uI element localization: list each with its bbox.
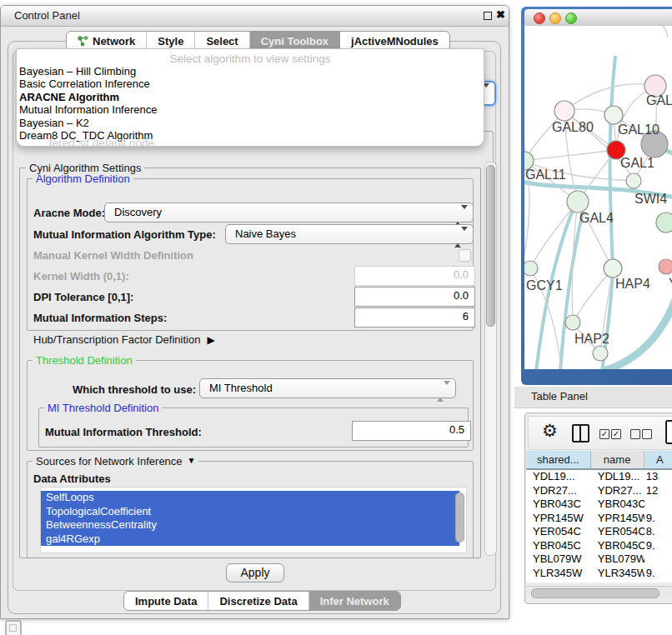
checked-checkbox-icon[interactable]: ✓ — [611, 429, 621, 439]
column-header[interactable]: name — [591, 451, 644, 470]
table-panel: ⚙ ✓ ✓ shared...nameA YDL19...YDL19...13Y… — [524, 412, 672, 604]
settings-scrollbar[interactable] — [484, 162, 497, 556]
algorithm-option[interactable]: Basic Correlation Inference — [17, 78, 484, 90]
attribute-item-selected[interactable]: BetweennessCentrality — [41, 518, 459, 532]
unchecked-checkbox-icon[interactable] — [630, 429, 640, 439]
tab-impute-data[interactable]: Impute Data — [124, 592, 208, 610]
algorithm-option[interactable]: ARACNE Algorithm — [17, 91, 484, 103]
table-cell: 13 — [644, 470, 672, 484]
kernel-width-field[interactable]: 0.0 — [354, 266, 475, 286]
table-cell: YER054C — [591, 525, 644, 539]
mi-threshold-field[interactable]: 0.5 — [352, 421, 471, 441]
dpi-tolerance-field[interactable]: 0.0 — [354, 287, 475, 307]
network-edge[interactable] — [573, 268, 613, 322]
attribute-item-selected[interactable]: gal4RGexp — [41, 532, 459, 547]
network-node[interactable] — [524, 261, 538, 276]
columns-icon[interactable] — [572, 424, 589, 442]
table-cell: 9. — [644, 580, 672, 582]
network-node[interactable] — [554, 101, 574, 121]
document-icon[interactable] — [665, 420, 672, 444]
settings-scrollbar-thumb[interactable] — [486, 165, 495, 327]
tab-label: Discretize Data — [219, 595, 297, 608]
tab-style[interactable]: Style — [147, 32, 195, 50]
column-header[interactable]: A — [644, 451, 672, 470]
checked-checkbox-icon[interactable]: ✓ — [599, 429, 609, 439]
gear-icon[interactable]: ⚙ — [542, 421, 558, 441]
table-row[interactable]: YBL079WYBL079W — [526, 552, 672, 567]
table-row[interactable]: YER054CYER054C8. — [526, 525, 672, 539]
table-cell: YIL052C — [526, 580, 591, 582]
minimize-traffic-light-icon[interactable] — [549, 12, 561, 24]
tab-infer-network[interactable]: Infer Network — [309, 592, 400, 610]
minimized-panel-icon[interactable] — [5, 620, 22, 635]
network-node[interactable] — [659, 259, 672, 274]
algorithm-option[interactable]: Bayesian – Hill Climbing — [17, 65, 484, 78]
table-header-row: shared...nameA — [526, 451, 672, 470]
horizontal-scrollbar-thumb[interactable] — [531, 588, 659, 598]
node-label: GAL1 — [620, 156, 654, 170]
bottom-tab-bar: Impute DataDiscretize DataInfer Network — [123, 591, 401, 611]
table-row[interactable]: YPR145WYPR145W9. — [526, 512, 672, 526]
algorithm-option[interactable]: Bayesian – K2 — [17, 117, 484, 129]
table-cell: YDL19... — [591, 470, 644, 484]
attribute-item-selected[interactable]: SelfLoops — [41, 491, 459, 505]
tab-jactivemnodules[interactable]: jActiveMNodules — [340, 32, 449, 50]
tab-label: Network — [93, 35, 135, 48]
table-cell: YDR27... — [526, 484, 591, 498]
network-edge[interactable] — [524, 150, 616, 161]
table-row[interactable]: YDR27...YDR27...12 — [526, 484, 672, 498]
table-row[interactable]: YBR043CYBR043C — [526, 498, 672, 512]
tab-discretize-data[interactable]: Discretize Data — [208, 592, 308, 610]
network-edge[interactable] — [524, 126, 529, 276]
mi-threshold-label: Mutual Information Threshold: — [45, 426, 202, 438]
network-node[interactable] — [604, 106, 623, 124]
network-canvas[interactable]: GALGAL80GAL10GAL1GAL11SWI4GAL4GCY1HAP4YH… — [524, 26, 672, 369]
tab-label: Impute Data — [135, 595, 197, 608]
sources-title-label: Sources for Network Inference — [36, 455, 183, 468]
sources-title[interactable]: Sources for Network Inference▼ — [33, 455, 198, 468]
network-node[interactable] — [567, 191, 589, 212]
table-row[interactable]: YLR345WYLR345W9. — [526, 567, 672, 581]
table-row[interactable]: YDL19...YDL19...13 — [526, 470, 672, 484]
attribute-item-selected[interactable]: TopologicalCoefficient — [41, 505, 459, 519]
network-edge[interactable] — [633, 26, 668, 38]
list-scrollbar[interactable] — [455, 492, 464, 542]
table-cell: YDR27... — [591, 484, 644, 498]
manual-kernel-checkbox[interactable] — [459, 249, 471, 262]
algorithm-option[interactable]: Mutual Information Inference — [17, 103, 484, 116]
mi-steps-field[interactable]: 6 — [354, 308, 475, 328]
data-attributes-list[interactable]: SelfLoopsTopologicalCoefficientBetweenne… — [40, 487, 467, 553]
table-cell: YLR345W — [526, 567, 591, 581]
network-edge[interactable] — [604, 298, 672, 369]
network-edge[interactable] — [572, 202, 578, 322]
combo-stepper-icon — [437, 382, 450, 400]
network-view-window[interactable]: GALGAL80GAL10GAL1GAL11SWI4GAL4GCY1HAP4YH… — [521, 7, 672, 385]
tab-network[interactable]: Network — [67, 32, 147, 50]
unchecked-checkbox-icon[interactable] — [642, 429, 652, 439]
table-row[interactable]: YBR045CYBR045C9. — [526, 539, 672, 553]
table-cell: YBR043C — [591, 498, 644, 512]
horizontal-scrollbar[interactable] — [526, 586, 672, 598]
node-label: GAL80 — [552, 120, 594, 134]
which-threshold-combo[interactable]: MI Threshold — [199, 378, 456, 398]
network-node[interactable] — [593, 346, 608, 361]
network-node[interactable] — [626, 173, 641, 188]
column-header[interactable]: shared... — [526, 451, 591, 470]
network-node[interactable] — [656, 212, 672, 232]
network-node[interactable] — [604, 259, 622, 278]
close-traffic-light-icon[interactable] — [534, 12, 545, 24]
mi-steps-label: Mutual Information Steps: — [33, 312, 167, 324]
hub-expander[interactable]: Hub/Transcription Factor Definition▶ — [33, 333, 215, 346]
algorithm-list: Bayesian – Hill ClimbingBasic Correlatio… — [17, 65, 484, 142]
tab-cyni-toolbox[interactable]: Cyni Toolbox — [250, 32, 340, 50]
table-row[interactable]: YIL052CYIL052C9. — [526, 580, 672, 582]
aracne-mode-combo[interactable]: Discovery — [104, 202, 474, 222]
apply-button[interactable]: Apply — [226, 563, 284, 582]
zoom-traffic-light-icon[interactable] — [565, 12, 577, 24]
tab-select[interactable]: Select — [195, 32, 249, 50]
float-window-icon[interactable] — [484, 12, 492, 20]
close-icon[interactable]: ✖ — [496, 8, 505, 21]
mi-type-combo[interactable]: Naive Bayes — [225, 224, 474, 244]
network-node[interactable] — [565, 315, 580, 330]
node-label: GAL10 — [618, 122, 659, 137]
